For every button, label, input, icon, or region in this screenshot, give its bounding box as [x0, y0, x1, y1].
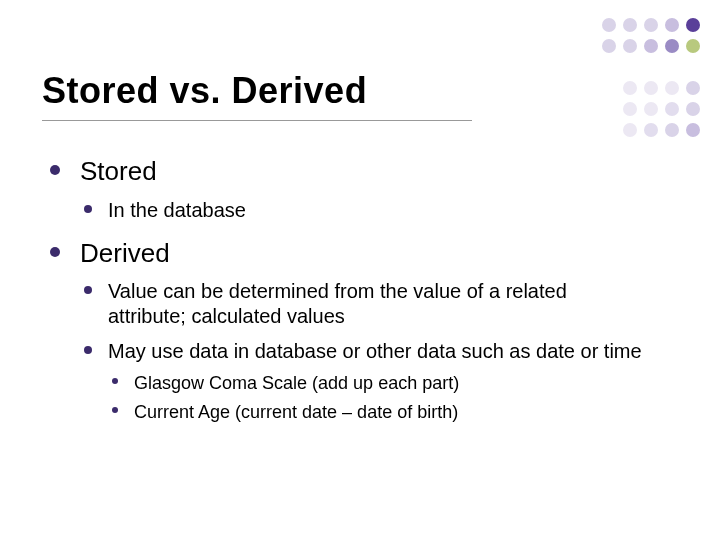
bullet-text: In the database	[108, 199, 246, 221]
bullet-text: Derived	[80, 238, 170, 268]
slide-title: Stored vs. Derived	[42, 70, 367, 112]
list-item: May use data in database or other data s…	[80, 339, 650, 423]
bullet-text: Glasgow Coma Scale (add up each part)	[134, 373, 459, 393]
bullet-text: Stored	[80, 156, 157, 186]
slide: Stored vs. Derived Stored In the databas…	[0, 0, 720, 540]
slide-body: Stored In the database Derived Value can…	[50, 155, 650, 437]
title-underline	[42, 120, 472, 121]
bullet-text: Current Age (current date – date of birt…	[134, 402, 458, 422]
decorative-dots	[602, 18, 702, 139]
list-item: Glasgow Coma Scale (add up each part)	[108, 372, 650, 395]
list-item: In the database	[80, 198, 650, 223]
bullet-text: Value can be determined from the value o…	[108, 280, 567, 327]
list-item: Derived Value can be determined from the…	[50, 237, 650, 424]
list-item: Value can be determined from the value o…	[80, 279, 650, 329]
list-item: Stored In the database	[50, 155, 650, 223]
bullet-text: May use data in database or other data s…	[108, 340, 642, 362]
list-item: Current Age (current date – date of birt…	[108, 401, 650, 424]
